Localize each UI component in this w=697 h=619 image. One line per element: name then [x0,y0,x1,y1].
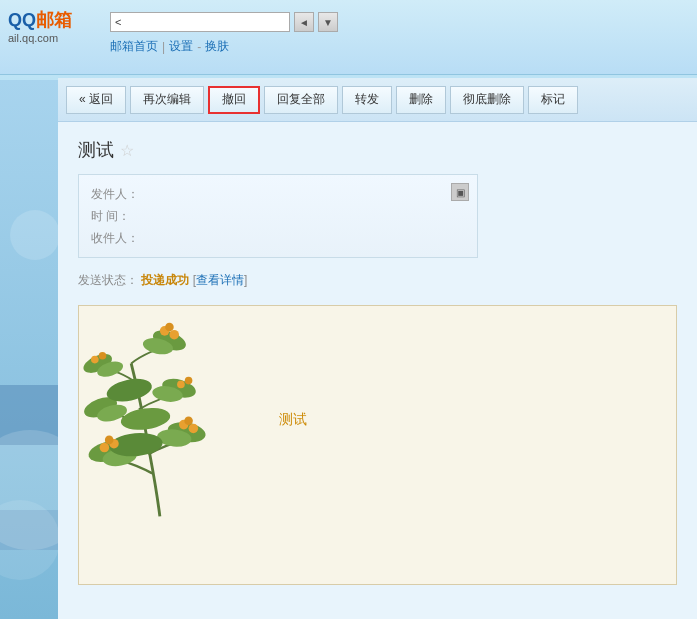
time-label: 时 间： [91,205,141,227]
delete-button[interactable]: 删除 [396,86,446,114]
status-bar: 发送状态： 投递成功 [查看详情] [78,268,677,293]
status-success: 投递成功 [141,273,189,287]
mail-domain: ail.qq.com [8,32,58,44]
meta-image-icon: ▣ [451,183,469,201]
svg-point-21 [169,330,179,340]
recall-button[interactable]: 撤回 [208,86,260,114]
edit-again-button[interactable]: 再次编辑 [130,86,204,114]
nav-home[interactable]: 邮箱首页 [110,38,158,55]
qq-text: QQ [8,10,36,30]
mark-button[interactable]: 标记 [528,86,578,114]
email-body: 测试 [78,305,677,585]
svg-point-26 [177,381,185,389]
address-bar: ◄ ▼ [110,12,338,32]
mail-text: 邮箱 [36,10,72,30]
subject-text: 测试 [78,138,114,162]
nav-settings[interactable]: 设置 [169,38,193,55]
nav-sep-2: - [197,40,201,54]
star-icon[interactable]: ☆ [120,141,134,160]
svg-point-18 [189,424,199,434]
status-prefix: 发送状态： [78,273,138,287]
address-input[interactable] [110,12,290,32]
svg-point-24 [91,356,99,364]
email-meta: ▣ 发件人： 时 间： 收件人： [78,174,478,258]
svg-point-23 [165,323,174,332]
svg-point-27 [185,377,193,385]
decorative-circle-3 [10,210,60,260]
email-subject: 测试 ☆ [78,138,677,162]
back-button[interactable]: « 返回 [66,86,126,114]
svg-point-17 [105,436,114,445]
perm-delete-button[interactable]: 彻底删除 [450,86,524,114]
nav-theme[interactable]: 换肤 [205,38,229,55]
nav-sep-1: | [162,40,165,54]
reply-all-button[interactable]: 回复全部 [264,86,338,114]
sender-row: 发件人： [91,183,465,205]
plant-illustration [79,306,279,526]
svg-point-15 [100,443,110,453]
address-forward-btn[interactable]: ▼ [318,12,338,32]
email-area: 测试 ☆ ▣ 发件人： 时 间： 收件人： 发送状态： 投递成功 [查看详情] [58,122,697,619]
sender-label: 发件人： [91,183,141,205]
nav-bar: 邮箱首页 | 设置 - 换肤 [110,38,229,55]
recipient-row: 收件人： [91,227,465,249]
time-row: 时 间： [91,205,465,227]
app-logo: QQ邮箱 [8,8,72,32]
detail-link[interactable]: 查看详情 [196,273,244,287]
forward-button[interactable]: 转发 [342,86,392,114]
svg-point-25 [99,352,107,360]
address-back-btn[interactable]: ◄ [294,12,314,32]
status-detail-suffix: ] [244,273,247,287]
recipient-label: 收件人： [91,227,141,249]
header: QQ邮箱 ail.qq.com ◄ ▼ 邮箱首页 | 设置 - 换肤 [0,0,697,75]
toolbar: « 返回 再次编辑 撤回 回复全部 转发 删除 彻底删除 标记 [58,78,697,122]
svg-point-20 [184,416,193,425]
left-sidebar [0,80,58,619]
body-text: 测试 [279,411,307,429]
svg-point-13 [119,405,171,433]
